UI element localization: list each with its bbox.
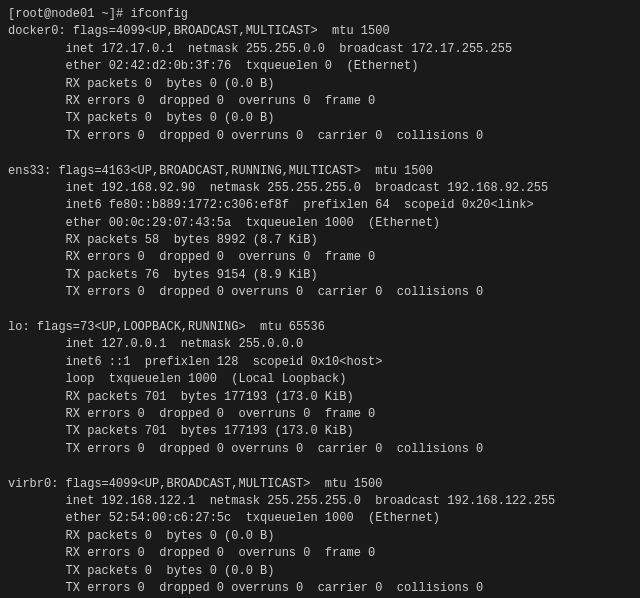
terminal-output: [root@node01 ~]# ifconfig docker0: flags… [8, 6, 632, 598]
terminal-window: [root@node01 ~]# ifconfig docker0: flags… [8, 6, 632, 598]
